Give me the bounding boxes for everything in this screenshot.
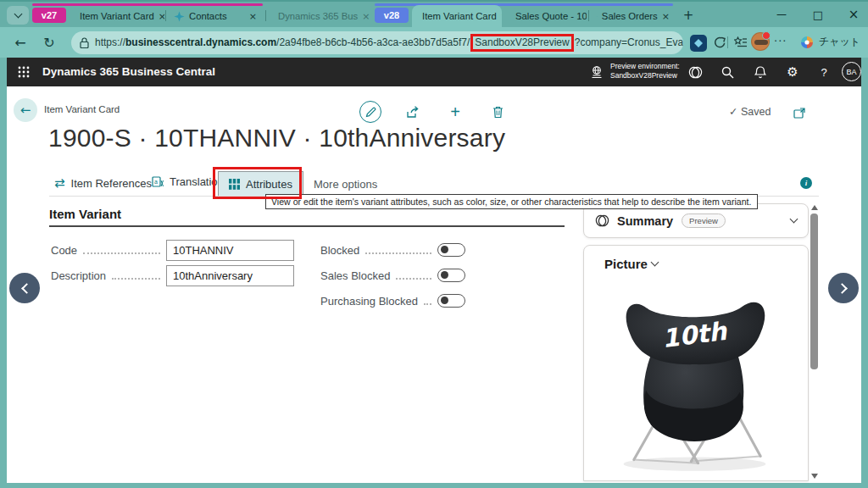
tab-label: Contacts — [189, 11, 227, 21]
tab-close-icon[interactable]: × — [249, 11, 257, 22]
tab-divider — [588, 10, 589, 21]
item-picture-chair[interactable]: 10th — [601, 288, 792, 474]
scroll-up-arrow[interactable] — [811, 205, 818, 210]
check-icon: ✓ — [729, 105, 737, 118]
notifications-bell-icon[interactable] — [752, 64, 769, 80]
favorites-list-icon[interactable] — [732, 35, 748, 50]
new-button[interactable]: + — [444, 101, 466, 123]
tab-close-icon[interactable]: × — [662, 11, 670, 22]
page-back-button[interactable]: ← — [14, 98, 37, 122]
tab-close-icon[interactable]: × — [362, 11, 370, 22]
purchasing-blocked-toggle[interactable] — [437, 294, 465, 308]
tab-search-button[interactable] — [7, 6, 29, 25]
code-input[interactable] — [166, 240, 294, 261]
tab-sales-quote[interactable]: Sales Quote - 100 × — [505, 5, 587, 27]
attributes-tooltip: View or edit the item's variant attribut… — [265, 194, 758, 209]
toggle-knob — [441, 297, 448, 304]
waffle-menu-icon[interactable] — [15, 64, 32, 80]
bc-copilot-icon[interactable] — [687, 64, 704, 80]
copilot-icon — [800, 36, 814, 49]
tab-close-icon[interactable]: × — [159, 11, 164, 22]
new-tab-button[interactable]: + — [678, 6, 698, 25]
tab-label: Item Variant Card — [422, 11, 497, 21]
info-icon[interactable]: i — [800, 177, 812, 189]
extension-badge-icon[interactable] — [690, 35, 707, 52]
action-attributes[interactable]: Attributes — [218, 171, 303, 197]
environment-label: Preview environment: — [610, 62, 680, 71]
toggle-label-blocked: Blocked — [320, 244, 359, 257]
tab-dynamics-365[interactable]: Dynamics 365 Bus × — [268, 5, 370, 27]
edit-pencil-button[interactable] — [359, 101, 381, 123]
section-title: Item Variant — [49, 207, 121, 221]
tab-item-variant-card-1[interactable]: Item Variant Card × — [70, 5, 164, 27]
dotted-leader — [83, 247, 160, 254]
search-icon[interactable] — [719, 64, 736, 80]
scrollbar-thumb[interactable] — [810, 214, 818, 369]
tab-label: Sales Quote - 100 — [515, 11, 587, 21]
browser-refresh-button[interactable]: ↻ — [39, 33, 59, 52]
summary-copilot-icon — [595, 214, 609, 227]
next-record-button[interactable] — [828, 273, 859, 303]
preview-badge: Preview — [682, 214, 726, 228]
tab-divider — [165, 10, 166, 21]
tab-sales-orders[interactable]: Sales Orders × — [591, 5, 676, 27]
item-references-icon: ⇄ — [54, 175, 65, 191]
bc-app-title[interactable]: Dynamics 365 Business Central — [42, 65, 215, 78]
browser-back-button[interactable]: ← — [10, 33, 31, 52]
copilot-label: チャット — [819, 35, 860, 49]
close-window-button[interactable]: × — [839, 3, 868, 25]
bc-favicon — [174, 11, 185, 22]
tab-close-icon[interactable]: × — [501, 11, 502, 22]
url-text: https://businesscentral.dynamics.com/2a9… — [95, 34, 683, 52]
dotted-leader — [112, 272, 160, 280]
browser-profile-avatar[interactable] — [751, 32, 770, 51]
tab-item-variant-card-active[interactable]: Item Variant Card × — [412, 5, 502, 27]
dotted-leader — [424, 297, 431, 305]
description-input[interactable] — [166, 265, 294, 286]
environment-icon[interactable] — [588, 64, 605, 80]
toggle-row-blocked: Blocked — [320, 239, 465, 261]
blocked-toggle[interactable] — [437, 243, 465, 257]
tab-strip: v27 v28 Item Variant Card × Contacts × D… — [0, 2, 868, 27]
environment-name: SandboxV28Preview — [610, 71, 680, 80]
tab-group-v27[interactable]: v27 — [32, 8, 66, 23]
sales-blocked-toggle[interactable] — [437, 269, 465, 282]
copilot-chat-button[interactable]: チャット — [793, 31, 867, 53]
open-in-new-window-icon[interactable] — [788, 102, 810, 124]
previous-record-button[interactable] — [9, 273, 40, 303]
help-icon[interactable]: ? — [815, 64, 832, 80]
toggle-knob — [441, 246, 448, 253]
maximize-button[interactable]: □ — [804, 3, 832, 25]
section-rule — [49, 225, 565, 227]
chevron-left-icon — [21, 283, 32, 294]
minimize-button[interactable]: — — [767, 3, 796, 25]
extensions-icon[interactable] — [712, 35, 727, 50]
delete-trash-button[interactable] — [487, 101, 509, 123]
summary-title: Summary — [617, 214, 673, 228]
tab-label: Dynamics 365 Bus — [278, 11, 358, 21]
share-button[interactable] — [402, 101, 424, 123]
translations-icon: a — [152, 176, 164, 188]
scroll-down-arrow[interactable] — [811, 474, 818, 479]
saved-status: ✓ Saved — [729, 105, 771, 118]
browser-window: v27 v28 Item Variant Card × Contacts × D… — [0, 0, 868, 488]
bc-user-avatar[interactable]: BA — [842, 62, 861, 81]
settings-gear-icon[interactable]: ⚙ — [784, 64, 801, 80]
browser-menu-icon[interactable]: ... — [774, 31, 787, 44]
action-item-references[interactable]: ⇄ Item References — [54, 175, 152, 191]
toggle-row-sales-blocked: Sales Blocked — [320, 264, 465, 286]
chevron-right-icon — [837, 283, 848, 294]
action-more-options[interactable]: More options — [314, 178, 377, 191]
picture-title[interactable]: Picture — [604, 257, 658, 271]
tab-contacts[interactable]: Contacts × — [168, 5, 263, 27]
tab-group-v28[interactable]: v28 — [375, 8, 409, 23]
chevron-down-icon[interactable] — [790, 215, 798, 224]
dotted-leader — [396, 272, 431, 280]
tab-label: Item Variant Card — [80, 11, 154, 21]
field-row-description: Description — [51, 264, 294, 286]
attributes-grid-icon — [229, 179, 240, 190]
chevron-down-icon — [650, 258, 659, 267]
field-label-code: Code — [51, 244, 77, 257]
address-bar[interactable]: https://businesscentral.dynamics.com/2a9… — [71, 31, 683, 54]
toolbar-divider — [727, 36, 728, 48]
